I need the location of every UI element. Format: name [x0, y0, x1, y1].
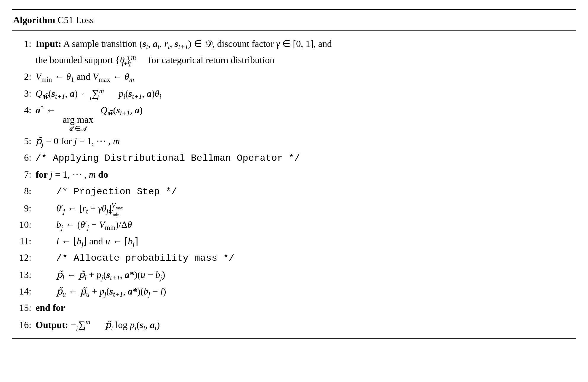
sym-astar: a*	[125, 269, 134, 280]
algorithm-label: Algorithm	[13, 15, 55, 25]
sub-j: j	[104, 290, 106, 298]
sym-p: p	[130, 319, 135, 330]
keyword-and: and	[89, 236, 103, 246]
sub-i: i	[159, 93, 161, 101]
text: = 1, ⋯ ,	[77, 136, 113, 146]
sym-Delta: Δ	[121, 219, 127, 230]
sub-l: l	[62, 274, 64, 281]
line-content: end for	[36, 300, 575, 315]
sub-tp1: t+1	[113, 290, 123, 298]
line-content: l ← ⌊bj⌋ and u ← ⌈bj⌉	[36, 234, 575, 249]
arrow: ←	[67, 203, 77, 214]
algo-line: 12: /* Allocate probability mass */	[13, 250, 575, 266]
text: the bounded support {	[36, 55, 120, 65]
sym-b: b	[128, 236, 133, 246]
arrow: ←	[113, 236, 122, 246]
line-number: 14:	[13, 284, 36, 299]
text: = 1, ⋯ ,	[53, 169, 89, 180]
sym-l: l	[160, 286, 163, 297]
sub-t: t	[158, 43, 159, 50]
arrow: ←	[80, 88, 90, 99]
argmax: arg max	[63, 115, 93, 125]
argmax-domain: a′∈𝒜	[69, 125, 87, 132]
sym-s: s	[52, 88, 55, 99]
algo-line: 5: p̃j = 0 for j = 1, ⋯ , m	[13, 134, 575, 149]
keyword-output: Output:	[36, 319, 68, 330]
sym-s: s	[116, 105, 120, 115]
sub-u: u	[62, 290, 66, 298]
sub-m: m	[129, 76, 134, 83]
algo-line: 6: /* Applying Distributional Bellman Op…	[13, 150, 575, 166]
sym-p: p	[100, 286, 104, 297]
sub-u: u	[86, 290, 90, 298]
sub-min: min	[41, 76, 52, 83]
sym-a: a	[135, 105, 139, 115]
floor-r: ⌋	[83, 236, 87, 246]
line-number: 16:	[13, 318, 36, 332]
algo-line-cont: the bounded support {θi}mi=1 for categor…	[13, 53, 575, 68]
arrow: ←	[46, 105, 56, 115]
sym-s: s	[128, 88, 132, 99]
line-number: 15:	[13, 300, 36, 315]
sym-theta: θ	[80, 219, 85, 230]
sub-w: w̃	[42, 93, 48, 101]
sym-a: a	[150, 319, 155, 330]
sym-s: s	[143, 38, 146, 49]
line-content: the bounded support {θi}mi=1 for categor…	[36, 53, 575, 68]
sym-ptilde: p̃	[105, 319, 111, 330]
line-number: 1:	[13, 36, 36, 51]
algo-line: 14: p̃u ← p̃u + pj(st+1, a*)(bj − l)	[13, 284, 575, 299]
algo-line: 16: Output: − ∑mi=1 p̃i log pi(st, at)	[13, 317, 575, 332]
sub-t: t	[86, 207, 88, 215]
sym-ptilde: p̃	[36, 136, 41, 146]
line-content: p̃l ← p̃l + pj(st+1, a*)(u − bj)	[36, 268, 575, 282]
line-number: 9:	[13, 201, 36, 216]
arrow: ←	[113, 71, 122, 82]
floor-l: ⌊	[73, 236, 77, 246]
comment: /* Allocate probability mass */	[36, 251, 575, 266]
sub-j: j	[61, 224, 63, 232]
sym-Q: Q	[36, 88, 42, 99]
sym-ptilde: p̃	[79, 269, 84, 280]
line-number: 13:	[13, 268, 36, 282]
sub-t: t	[146, 43, 148, 50]
keyword-and: and	[77, 71, 90, 82]
algo-line: 2: Vmin ← θ1 and Vmax ← θm	[13, 69, 575, 84]
ceil-r: ⌉	[135, 236, 138, 246]
sub-tp1: t+1	[55, 93, 65, 101]
sym-Q: Q	[100, 105, 107, 115]
sym-p: p	[119, 88, 123, 99]
sub-j: j	[63, 207, 65, 215]
sub-i1: i=1	[76, 325, 86, 332]
sub-t: t	[155, 324, 156, 332]
line-number: 8:	[13, 184, 36, 199]
keyword-input: Input:	[36, 38, 61, 49]
arrow: ←	[65, 219, 75, 230]
line-number: 10:	[13, 217, 36, 232]
sup-m: m	[99, 87, 104, 95]
sup-m: m	[85, 318, 90, 326]
algo-line: 7: for j = 1, ⋯ , m do	[13, 167, 575, 182]
algo-line: 15: end for	[13, 300, 575, 315]
algorithm-title-row: Algorithm C51 Loss	[12, 10, 576, 31]
line-content: Vmin ← θ1 and Vmax ← θm	[36, 69, 575, 84]
sub-tp1: t+1	[132, 93, 142, 101]
sub-j: j	[148, 290, 150, 298]
line-number: 5:	[13, 134, 36, 149]
sym-a: a	[70, 88, 75, 99]
text: ∈ [0, 1], and	[280, 38, 332, 49]
sub-tp1: t+1	[178, 43, 188, 50]
sym-u: u	[106, 236, 110, 246]
sym-gamma: γ	[98, 203, 102, 214]
sym-j: j	[50, 169, 53, 180]
line-content: Qw̃(st+1, a) ← ∑mi=1 pi(st+1, a)θi	[36, 86, 575, 101]
sub-tp1: t+1	[110, 274, 120, 281]
sup-star: *	[40, 104, 44, 112]
line-content: for j = 1, ⋯ , m do	[36, 167, 575, 182]
bracket-l: [	[79, 203, 82, 214]
algo-line: 1: Input: A sample transition (st, at, r…	[13, 36, 575, 51]
arrow: ←	[67, 269, 76, 280]
sym-ptilde: p̃	[56, 286, 62, 297]
sub-vmin: Vmin	[108, 208, 119, 216]
sub-l: l	[84, 274, 86, 281]
